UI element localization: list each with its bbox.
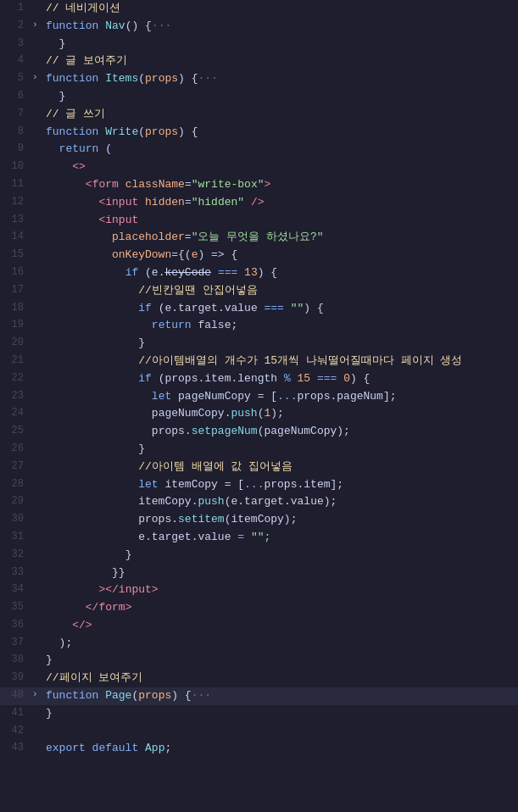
line-number: 20 [0, 335, 32, 351]
line-number: 2 [0, 18, 32, 34]
code-line: 29 itemCopy.push(e.target.value); [0, 493, 518, 511]
code-content: //아이템 배열에 값 집어넣음 [44, 459, 518, 476]
line-number: 9 [0, 141, 32, 157]
code-line: 30 props.setitem(itemCopy); [0, 511, 518, 529]
code-line: 41} [0, 705, 518, 723]
code-content: <input [44, 212, 518, 230]
code-content: return false; [44, 317, 518, 335]
code-line: 34 ></input> [0, 581, 518, 599]
code-content: }} [44, 565, 518, 582]
code-line: 23 let pageNumCopy = [...props.pageNum]; [0, 388, 518, 406]
code-content: // 글 쓰기 [44, 106, 518, 124]
line-number: 34 [0, 581, 32, 598]
code-content: } [44, 441, 518, 459]
code-line: 10 <> [0, 159, 518, 176]
code-line: 31 e.target.value = ""; [0, 529, 518, 547]
line-number: 35 [0, 599, 32, 615]
code-line: 7// 글 쓰기 [0, 106, 518, 124]
line-number: 30 [0, 511, 32, 527]
code-content: <input hidden="hidden" /> [44, 194, 518, 212]
line-number: 43 [0, 740, 32, 756]
code-content: if (props.item.length % 15 === 0) { [44, 370, 518, 388]
code-line: 33 }} [0, 565, 518, 582]
line-number: 5 [0, 70, 32, 86]
code-line: 12 <input hidden="hidden" /> [0, 194, 518, 212]
line-number: 6 [0, 88, 32, 104]
line-number: 12 [0, 194, 32, 210]
code-line: 36 </> [0, 617, 518, 635]
line-number: 7 [0, 106, 32, 122]
line-number: 18 [0, 300, 32, 316]
code-content: if (e.target.value === "") { [44, 300, 518, 318]
line-number: 42 [0, 723, 32, 739]
code-content: } [44, 335, 518, 353]
line-number: 39 [0, 670, 32, 686]
line-number: 24 [0, 405, 32, 421]
line-number: 23 [0, 388, 32, 404]
code-content: // 글 보여주기 [44, 53, 518, 70]
line-number: 8 [0, 124, 32, 140]
line-number: 22 [0, 370, 32, 387]
code-content: } [44, 36, 518, 53]
code-content: let pageNumCopy = [...props.pageNum]; [44, 388, 518, 406]
code-content: <form className="write-box"> [44, 176, 518, 194]
code-line: 5›function Items(props) {··· [0, 70, 518, 88]
code-content: function Nav() {··· [44, 18, 518, 36]
code-line: 14 placeholder="오늘 무엇을 하셨나요?" [0, 229, 518, 247]
line-number: 14 [0, 229, 32, 245]
code-line: 25 props.setpageNum(pageNumCopy); [0, 423, 518, 441]
code-line: 26 } [0, 441, 518, 459]
code-content: pageNumCopy.push(1); [44, 405, 518, 423]
line-number: 29 [0, 493, 32, 509]
line-number: 26 [0, 441, 32, 457]
line-number: 38 [0, 652, 32, 668]
line-number: 40 [0, 687, 32, 704]
line-number: 11 [0, 176, 32, 192]
code-content: e.target.value = ""; [44, 529, 518, 547]
fold-arrow[interactable]: › [32, 687, 44, 703]
code-line: 32 } [0, 547, 518, 565]
code-line: 27 //아이템 배열에 값 집어넣음 [0, 459, 518, 476]
code-line: 15 onKeyDown={(e) => { [0, 247, 518, 264]
code-line: 16 if (e.keyCode === 13) { [0, 264, 518, 282]
code-line: 2›function Nav() {··· [0, 18, 518, 36]
line-number: 32 [0, 547, 32, 563]
code-content: //페이지 보여주기 [44, 670, 518, 687]
code-line: 9 return ( [0, 141, 518, 159]
code-content: if (e.keyCode === 13) { [44, 264, 518, 282]
code-content: <> [44, 159, 518, 176]
code-line: 4// 글 보여주기 [0, 53, 518, 70]
code-line: 17 //빈칸일땐 안집어넣음 [0, 282, 518, 300]
line-number: 27 [0, 459, 32, 475]
code-content: itemCopy.push(e.target.value); [44, 493, 518, 511]
code-line: 8function Write(props) { [0, 124, 518, 142]
code-line: 24 pageNumCopy.push(1); [0, 405, 518, 423]
line-number: 33 [0, 565, 32, 581]
code-line: 18 if (e.target.value === "") { [0, 300, 518, 318]
code-line: 38} [0, 652, 518, 670]
code-content: return ( [44, 141, 518, 159]
line-number: 15 [0, 247, 32, 263]
code-line: 19 return false; [0, 317, 518, 335]
code-line: 40›function Page(props) {··· [0, 687, 518, 705]
code-line: 37 ); [0, 635, 518, 653]
code-content: </form> [44, 599, 518, 617]
code-line: 22 if (props.item.length % 15 === 0) { [0, 370, 518, 388]
line-number: 3 [0, 36, 32, 52]
code-line: 1// 네비게이션 [0, 0, 518, 18]
line-number: 21 [0, 353, 32, 369]
code-line: 35 </form> [0, 599, 518, 617]
code-line: 20 } [0, 335, 518, 353]
code-line: 21 //아이템배열의 개수가 15개씩 나눠떨어질때마다 페이지 생성 [0, 353, 518, 370]
code-line: 39//페이지 보여주기 [0, 670, 518, 687]
line-number: 19 [0, 317, 32, 333]
fold-arrow[interactable]: › [32, 70, 44, 86]
line-number: 10 [0, 159, 32, 175]
fold-arrow[interactable]: › [32, 18, 44, 33]
code-line: 3 } [0, 36, 518, 53]
code-content: //빈칸일땐 안집어넣음 [44, 282, 518, 300]
code-line: 28 let itemCopy = [...props.item]; [0, 476, 518, 494]
code-line: 11 <form className="write-box"> [0, 176, 518, 194]
line-number: 25 [0, 423, 32, 439]
code-content: onKeyDown={(e) => { [44, 247, 518, 264]
